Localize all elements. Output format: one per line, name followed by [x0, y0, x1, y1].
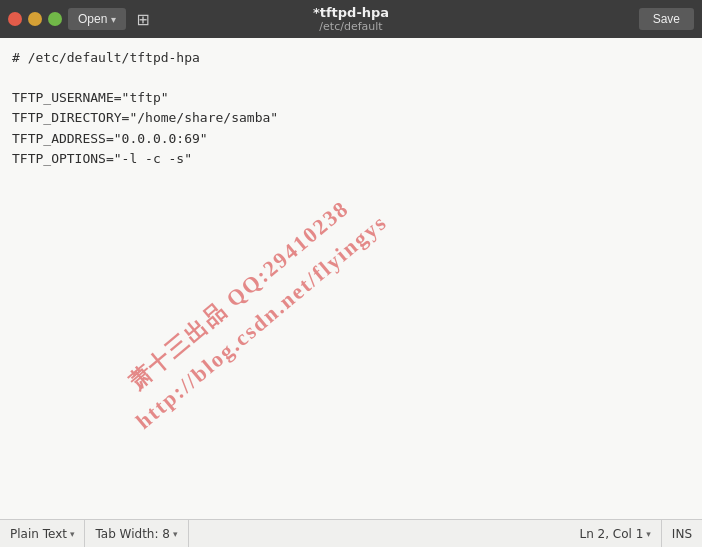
position-label: Ln 2, Col 1 — [579, 527, 643, 541]
recent-files-icon[interactable]: ⊞ — [132, 8, 153, 31]
watermark-line2: http://blog.csdn.net/flyingys — [128, 205, 395, 437]
window-controls: Open ▾ ⊞ — [8, 8, 154, 31]
open-label: Open — [78, 12, 107, 26]
language-label: Plain Text — [10, 527, 67, 541]
open-arrow-icon: ▾ — [111, 14, 116, 25]
cursor-position[interactable]: Ln 2, Col 1 ▾ — [569, 520, 661, 547]
minimize-button[interactable] — [28, 12, 42, 26]
maximize-button[interactable] — [48, 12, 62, 26]
window-title: *tftpd-hpa — [313, 5, 389, 20]
save-button[interactable]: Save — [639, 8, 694, 30]
language-arrow-icon: ▾ — [70, 529, 75, 539]
editor-area[interactable]: # /etc/default/tftpd-hpa TFTP_USERNAME="… — [0, 38, 702, 519]
tab-width-selector[interactable]: Tab Width: 8 ▾ — [85, 520, 188, 547]
watermark-line1: 萧十三出品 QQ:29410238 — [120, 191, 356, 397]
titlebar: Open ▾ ⊞ *tftpd-hpa /etc/default Save — [0, 0, 702, 38]
tab-width-label: Tab Width: 8 — [95, 527, 169, 541]
window-subtitle: /etc/default — [313, 20, 389, 33]
close-button[interactable] — [8, 12, 22, 26]
statusbar: Plain Text ▾ Tab Width: 8 ▾ Ln 2, Col 1 … — [0, 519, 702, 547]
titlebar-right: Save — [639, 8, 694, 30]
window-title-area: *tftpd-hpa /etc/default — [313, 5, 389, 33]
open-button[interactable]: Open ▾ — [68, 8, 126, 30]
language-selector[interactable]: Plain Text ▾ — [0, 520, 85, 547]
position-arrow-icon: ▾ — [646, 529, 651, 539]
editor-content[interactable]: # /etc/default/tftpd-hpa TFTP_USERNAME="… — [12, 48, 690, 169]
insert-mode-label: INS — [672, 527, 692, 541]
tab-width-arrow-icon: ▾ — [173, 529, 178, 539]
insert-mode[interactable]: INS — [662, 520, 702, 547]
